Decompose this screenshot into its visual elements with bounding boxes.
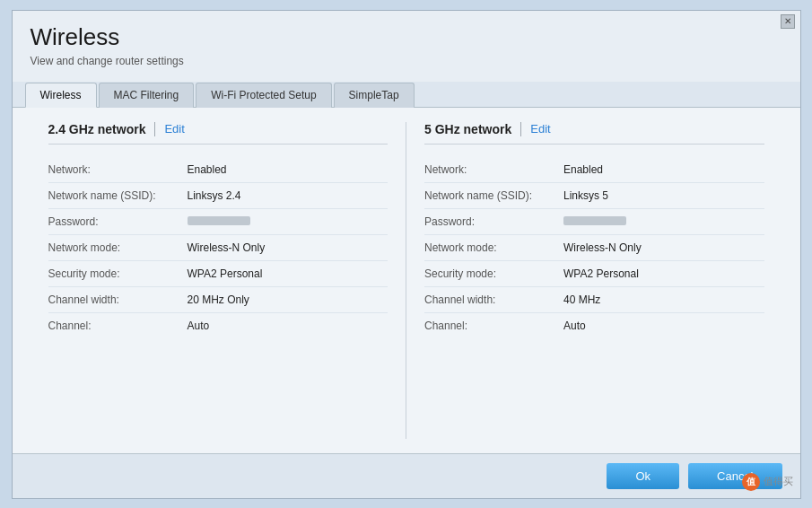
field-24-ssid: Network name (SSID): Linksys 2.4: [48, 183, 389, 209]
field-5-password: Password:: [424, 209, 764, 235]
password-dots-24: [188, 216, 250, 225]
main-window: ✕ Wireless View and change router settin…: [12, 10, 801, 499]
value-24-password: [188, 215, 250, 228]
value-5-network: Enabled: [563, 163, 603, 176]
titlebar: ✕: [781, 14, 795, 29]
page-subtitle: View and change router settings: [31, 55, 782, 67]
value-24-mode: Wireless-N Only: [188, 241, 266, 254]
value-24-width: 20 MHz Only: [188, 293, 249, 306]
label-24-mode: Network mode:: [48, 241, 188, 254]
ok-button[interactable]: Ok: [607, 463, 679, 489]
networks-row: 2.4 GHz network Edit Network: Enabled Ne…: [31, 122, 782, 439]
network-24-header: 2.4 GHz network Edit: [48, 122, 389, 145]
value-24-channel: Auto: [188, 320, 210, 332]
field-24-password: Password:: [48, 209, 389, 235]
field-24-width: Channel width: 20 MHz Only: [48, 287, 389, 313]
network-5-panel: 5 GHz network Edit Network: Enabled Netw…: [406, 122, 782, 439]
label-5-channel: Channel:: [424, 320, 563, 332]
label-24-width: Channel width:: [48, 293, 188, 306]
label-24-password: Password:: [48, 215, 188, 228]
field-5-width: Channel width: 40 MHz: [424, 287, 764, 313]
value-24-security: WPA2 Personal: [188, 267, 263, 280]
value-5-ssid: Linksys 5: [563, 189, 608, 202]
label-24-channel: Channel:: [48, 320, 188, 332]
watermark: 值 值得买: [742, 473, 793, 491]
network-24-edit[interactable]: Edit: [164, 122, 184, 136]
field-5-ssid: Network name (SSID): Linksys 5: [424, 183, 764, 209]
tab-simpletap[interactable]: SimpleTap: [334, 83, 415, 108]
network-24-title: 2.4 GHz network: [48, 122, 146, 136]
network-5-header: 5 GHz network Edit: [424, 122, 764, 145]
network-5-edit[interactable]: Edit: [530, 122, 550, 136]
tab-wireless[interactable]: Wireless: [25, 83, 97, 108]
footer: Ok Cancel 值 值得买: [13, 453, 800, 498]
label-24-network: Network:: [48, 163, 188, 176]
value-5-security: WPA2 Personal: [563, 267, 639, 280]
tab-mac-filtering[interactable]: MAC Filtering: [99, 83, 195, 108]
field-5-mode: Network mode: Wireless-N Only: [424, 235, 764, 261]
divider-5: [520, 122, 521, 136]
value-5-width: 40 MHz: [563, 293, 600, 306]
value-5-mode: Wireless-N Only: [563, 241, 642, 254]
field-24-channel: Channel: Auto: [48, 313, 389, 338]
page-title: Wireless: [31, 23, 782, 51]
label-24-ssid: Network name (SSID):: [48, 189, 188, 202]
field-24-security: Security mode: WPA2 Personal: [48, 261, 389, 287]
label-5-mode: Network mode:: [424, 241, 563, 254]
close-button[interactable]: ✕: [781, 14, 795, 29]
page-header: Wireless View and change router settings: [13, 11, 800, 76]
label-5-password: Password:: [424, 215, 563, 228]
tabs-bar: Wireless MAC Filtering Wi-Fi Protected S…: [13, 82, 800, 108]
tab-wps[interactable]: Wi-Fi Protected Setup: [196, 83, 331, 108]
network-24-panel: 2.4 GHz network Edit Network: Enabled Ne…: [31, 122, 407, 439]
password-dots-5: [563, 216, 626, 225]
watermark-text: 值得买: [764, 475, 793, 488]
label-24-security: Security mode:: [48, 267, 188, 280]
label-5-ssid: Network name (SSID):: [424, 189, 563, 202]
value-5-channel: Auto: [563, 320, 586, 332]
field-5-channel: Channel: Auto: [424, 313, 764, 338]
field-5-network: Network: Enabled: [424, 157, 764, 183]
watermark-icon: 值: [742, 473, 760, 491]
field-24-network: Network: Enabled: [48, 157, 389, 183]
field-24-mode: Network mode: Wireless-N Only: [48, 235, 389, 261]
content-area: 2.4 GHz network Edit Network: Enabled Ne…: [13, 108, 800, 453]
field-5-security: Security mode: WPA2 Personal: [424, 261, 764, 287]
divider-24: [154, 122, 155, 136]
label-5-width: Channel width:: [424, 293, 563, 306]
value-5-password: [563, 215, 626, 228]
value-24-ssid: Linksys 2.4: [188, 189, 241, 202]
value-24-network: Enabled: [188, 163, 227, 176]
label-5-security: Security mode:: [424, 267, 563, 280]
label-5-network: Network:: [424, 163, 563, 176]
network-5-title: 5 GHz network: [424, 122, 511, 136]
